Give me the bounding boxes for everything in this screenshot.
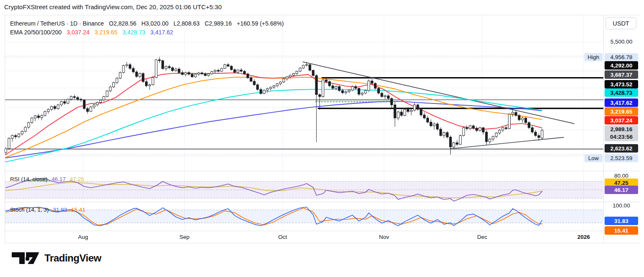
candle-body	[479, 128, 481, 131]
ema-indicator-title[interactable]: EMA 20/50/100/200	[10, 28, 62, 37]
candle-body	[404, 109, 406, 115]
candle-body	[260, 89, 262, 93]
price-level-badge: 3,687.37	[605, 70, 638, 79]
rsi-value: 46.17	[52, 176, 66, 182]
candle-body	[221, 68, 223, 71]
candle-body	[28, 122, 30, 127]
candle-body	[345, 92, 347, 93]
candle-body	[188, 72, 190, 74]
ohlc-change: +160.59 (+5.68%)	[237, 19, 284, 28]
price-level-badge: 4,292.00	[605, 61, 638, 70]
candle-body	[351, 86, 353, 90]
candle-body	[152, 78, 154, 85]
candle-body	[525, 118, 527, 123]
candle-body	[257, 85, 259, 89]
tradingview-chart-screenshot: CryptoFXStreet created with TradingView.…	[0, 0, 644, 277]
candle-body	[171, 68, 174, 71]
candle-body	[86, 109, 88, 111]
candle-body	[214, 70, 216, 72]
legend-ema50-value: 3,219.65	[95, 28, 118, 37]
candle-body	[309, 65, 311, 70]
candle-body	[459, 135, 461, 144]
chart-canvas[interactable]	[0, 0, 644, 277]
rsi-axis-label: 80.00	[605, 173, 638, 179]
candle-body	[37, 116, 39, 117]
price-level-badge: 3,219.65	[605, 107, 638, 116]
legend-ema20-value: 3,037.24	[67, 28, 90, 37]
candle-body	[384, 96, 386, 97]
candle-body	[181, 72, 183, 75]
candle-body	[18, 134, 20, 137]
candle-body	[31, 118, 33, 123]
candle-body	[283, 79, 285, 82]
candle-body	[109, 87, 112, 91]
candle-body	[410, 110, 412, 111]
candle-body	[224, 65, 226, 68]
currency-toggle-button[interactable]: USDT	[605, 17, 636, 29]
candle-body	[106, 91, 108, 96]
rsi-ma-value: 47.25	[70, 176, 84, 182]
candle-body	[302, 65, 304, 68]
symbol-title[interactable]: Ethereum / TetherUS · 1D · Binance	[10, 19, 104, 28]
time-axis-label: Nov	[379, 234, 389, 240]
candle-body	[377, 88, 379, 93]
candle-body	[99, 100, 101, 103]
candle-body	[50, 106, 52, 109]
candle-body	[381, 93, 383, 96]
candle-body	[433, 124, 435, 126]
rsi-indicator-title[interactable]: RSI (14, close)	[10, 176, 47, 182]
candle-body	[417, 105, 419, 109]
candle-body	[155, 60, 157, 78]
candle-body	[358, 88, 360, 94]
candle-body	[407, 109, 409, 111]
candle-body	[116, 78, 118, 83]
candle-body	[538, 135, 540, 137]
candle-body	[449, 137, 452, 147]
candle-body	[54, 106, 56, 109]
candle-body	[335, 86, 337, 88]
high-marker-value: 4,956.78	[605, 53, 638, 61]
tradingview-wordmark[interactable]: TradingView	[44, 252, 101, 264]
tradingview-logo-icon[interactable]	[12, 252, 39, 264]
candle-body	[502, 128, 504, 130]
candle-body	[145, 82, 148, 86]
time-axis-label: Oct	[278, 234, 287, 240]
candle-body	[60, 102, 62, 105]
candle-body	[315, 75, 317, 95]
legend-symbol-row: Ethereum / TetherUS · 1D · Binance O2,82…	[10, 19, 284, 28]
candle-body	[469, 126, 471, 129]
stoch-indicator-title[interactable]: Stoch (14, 1, 3)	[10, 207, 49, 213]
chart-legend: Ethereum / TetherUS · 1D · Binance O2,82…	[10, 19, 284, 37]
candle-body	[293, 73, 295, 75]
candle-body	[489, 139, 491, 142]
candle-body	[446, 132, 448, 137]
candle-body	[512, 112, 514, 114]
candle-body	[443, 132, 445, 135]
candle-body	[175, 69, 177, 71]
candle-body	[348, 90, 350, 92]
time-axis-label: Aug	[78, 234, 88, 240]
ohlc-high: H3,020.00	[141, 19, 169, 28]
candle-body	[505, 128, 507, 129]
candle-body	[319, 95, 321, 97]
candle-body	[158, 60, 161, 61]
candle-body	[499, 130, 501, 133]
candle-body	[230, 66, 232, 70]
candle-body	[541, 130, 543, 138]
candle-body	[244, 71, 246, 74]
candle-body	[495, 133, 497, 136]
footer-branding: TradingView	[12, 252, 101, 264]
candle-body	[64, 102, 66, 104]
rsi-value-badge: 46.17	[605, 186, 638, 194]
candle-body	[197, 73, 200, 74]
candle-body	[234, 70, 236, 72]
price-level-badge: 3,417.62	[605, 98, 638, 107]
candle-body	[168, 67, 170, 68]
candle-body	[247, 74, 249, 78]
candle-body	[492, 137, 494, 139]
candle-body	[208, 74, 210, 75]
candle-body	[8, 138, 10, 149]
stoch-band	[5, 210, 603, 223]
candle-body	[394, 105, 396, 118]
candle-body	[420, 109, 422, 115]
